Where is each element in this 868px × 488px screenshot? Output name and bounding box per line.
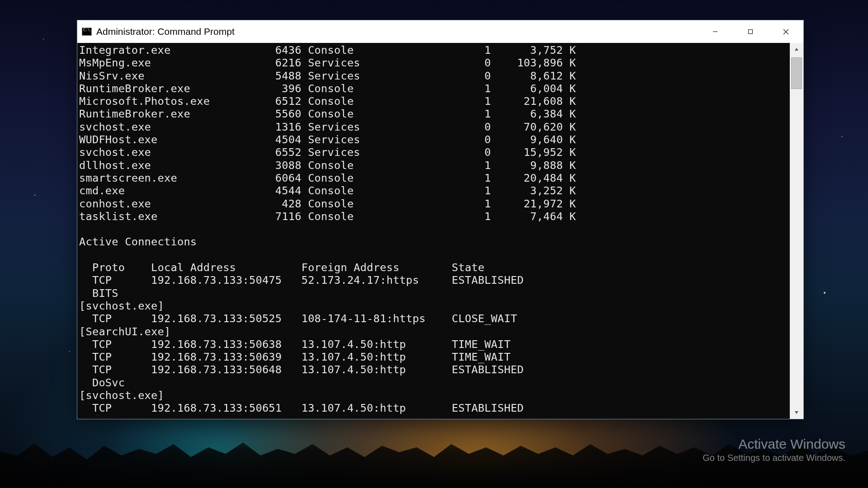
vertical-scrollbar[interactable] <box>790 43 803 419</box>
close-button[interactable] <box>768 20 803 43</box>
minimize-button[interactable] <box>698 20 733 43</box>
client-area: Integrator.exe 6436 Console 1 3,752 K Ms… <box>77 43 803 419</box>
scroll-track[interactable] <box>790 56 803 406</box>
desktop-wallpaper: Administrator: Command Prompt Integrator… <box>0 0 868 488</box>
watermark-line1: Activate Windows <box>703 436 845 452</box>
maximize-button[interactable] <box>733 20 768 43</box>
window-title: Administrator: Command Prompt <box>96 26 235 37</box>
scroll-up-button[interactable] <box>790 43 803 56</box>
title-bar[interactable]: Administrator: Command Prompt <box>77 20 803 43</box>
terminal-output: Integrator.exe 6436 Console 1 3,752 K Ms… <box>79 44 790 415</box>
svg-marker-4 <box>795 48 798 51</box>
scroll-thumb[interactable] <box>791 57 802 89</box>
cmd-window: Administrator: Command Prompt Integrator… <box>77 20 804 419</box>
activation-watermark: Activate Windows Go to Settings to activ… <box>703 436 845 463</box>
terminal-viewport[interactable]: Integrator.exe 6436 Console 1 3,752 K Ms… <box>77 43 790 419</box>
cmd-icon <box>82 28 92 36</box>
scroll-down-button[interactable] <box>790 406 803 419</box>
svg-marker-5 <box>795 411 798 414</box>
watermark-line2: Go to Settings to activate Windows. <box>703 453 845 463</box>
svg-rect-1 <box>749 30 753 34</box>
window-controls <box>698 20 803 43</box>
